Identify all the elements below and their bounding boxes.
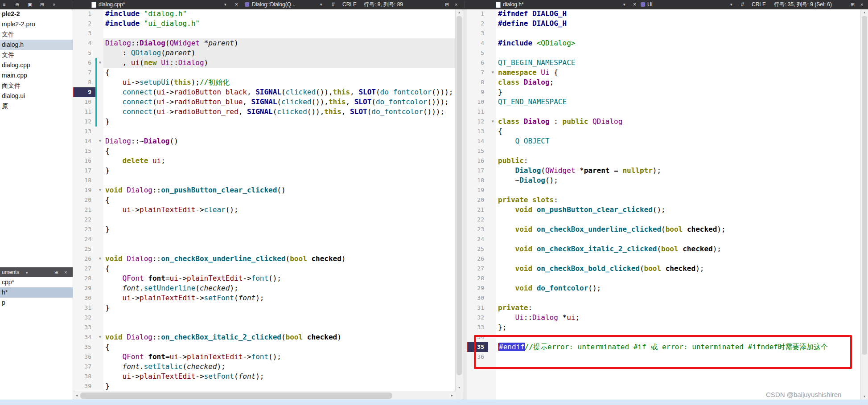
code-line[interactable]: 22 [73, 215, 456, 225]
code-line[interactable]: 13 [73, 127, 456, 136]
line-number[interactable]: 30 [73, 293, 95, 303]
line-number[interactable]: 27 [467, 264, 488, 274]
code-line[interactable]: 21 void on_pushButton_clear_clicked(); [467, 205, 861, 215]
line-number[interactable]: 36 [467, 352, 488, 362]
code-line[interactable]: 7{ [73, 68, 456, 78]
line-number[interactable]: 8 [73, 78, 95, 87]
line-number[interactable]: 5 [467, 48, 488, 58]
sidebar-menu-icon[interactable]: ≡ [3, 0, 5, 9]
code-line[interactable]: 18 [73, 176, 456, 185]
code-line[interactable]: 30 [467, 293, 861, 303]
code-line[interactable]: 27 void on_checkBox_bold_clicked(bool ch… [467, 264, 861, 274]
code-line[interactable]: 25 [73, 244, 456, 254]
project-tree-item[interactable]: mple2-2.pro [0, 19, 73, 29]
line-number[interactable]: 33 [467, 323, 488, 332]
code-line[interactable]: 16public: [467, 156, 861, 166]
open-document-item[interactable]: h* [0, 287, 73, 298]
line-number[interactable]: 39 [73, 381, 95, 391]
split-editor-icon[interactable]: ⊞ [851, 0, 855, 9]
code-line[interactable]: 2#define DIALOG_H [467, 19, 861, 29]
fold-marker-icon[interactable]: ▼ [490, 117, 496, 127]
code-line[interactable]: 6▼ , ui(new Ui::Dialog) [73, 58, 456, 68]
line-number[interactable]: 26 [73, 254, 95, 264]
code-line[interactable]: 15{ [73, 146, 456, 156]
code-line[interactable]: 10QT_END_NAMESPACE [467, 97, 861, 107]
line-ending-indicator[interactable]: CRLF [752, 0, 765, 9]
code-line[interactable]: 36 [467, 352, 861, 362]
code-line[interactable]: 5 : QDialog(parent) [73, 48, 456, 58]
code-line[interactable]: 37 font.setItalic(checked); [73, 362, 456, 372]
line-number[interactable]: 24 [467, 234, 488, 244]
code-line[interactable]: 29 void do_fontcolor(); [467, 283, 861, 293]
code-line[interactable]: 1#ifndef DIALOG_H [467, 9, 861, 19]
line-number[interactable]: 15 [467, 146, 488, 156]
line-number[interactable]: 20 [73, 195, 95, 205]
line-number[interactable]: 1 [467, 9, 488, 19]
code-line[interactable]: 31private: [467, 303, 861, 313]
project-tree-item[interactable]: 面文件 [0, 81, 73, 91]
code-line[interactable]: 10 connect(ui->radioButton_blue, SIGNAL(… [73, 97, 456, 107]
code-area[interactable]: 1#ifndef DIALOG_H2#define DIALOG_H34#inc… [467, 9, 861, 362]
code-line[interactable]: 4Dialog::Dialog(QWidget *parent) [73, 38, 456, 48]
code-line[interactable]: 30 ui->plainTextEdit->setFont(font); [73, 293, 456, 303]
line-number[interactable]: 25 [467, 244, 488, 254]
code-line[interactable]: 11 [467, 107, 861, 117]
code-line[interactable]: 35#endif//提示error: unterminated #if 或 er… [467, 342, 861, 352]
code-line[interactable]: 36 QFont font=ui->plainTextEdit->font(); [73, 352, 456, 362]
line-number[interactable]: 19 [73, 185, 95, 195]
line-number[interactable]: 29 [73, 283, 95, 293]
line-number[interactable]: 21 [73, 205, 95, 215]
open-documents-header[interactable]: uments ▾ ⊞ × [0, 267, 73, 277]
code-line[interactable]: 14▼Dialog::~Dialog() [73, 136, 456, 146]
code-line[interactable]: 24 [73, 234, 456, 244]
code-line[interactable]: 17 Dialog(QWidget *parent = nullptr); [467, 166, 861, 176]
code-line[interactable]: 28 QFont font=ui->plainTextEdit->font(); [73, 274, 456, 283]
line-number[interactable]: 28 [73, 274, 95, 283]
line-number[interactable]: 12 [467, 117, 488, 127]
code-line[interactable]: 3 [73, 29, 456, 38]
line-number[interactable]: 16 [467, 156, 488, 166]
code-line[interactable]: 12} [73, 117, 456, 127]
line-number[interactable]: 7 [73, 68, 95, 78]
code-line[interactable]: 15 [467, 146, 861, 156]
line-number[interactable]: 31 [73, 303, 95, 313]
line-number[interactable]: 24 [73, 234, 95, 244]
left-symbol-dropdown[interactable]: Dialog::Dialog(Q... [252, 0, 296, 9]
scrollbar-thumb[interactable] [457, 16, 462, 375]
line-number[interactable]: 13 [467, 127, 488, 136]
vertical-scrollbar[interactable]: ▴ ▾ [455, 9, 463, 391]
line-number[interactable]: 10 [467, 97, 488, 107]
code-line[interactable]: 14 Q_OBJECT [467, 136, 861, 146]
line-number[interactable]: 34 [467, 332, 488, 342]
code-line[interactable]: 32 [73, 313, 456, 323]
line-number[interactable]: 22 [73, 215, 95, 225]
panel-split-icon[interactable]: ⊞ [54, 267, 58, 277]
project-tree-item[interactable]: 文件 [0, 29, 73, 40]
chevron-down-icon[interactable]: ▾ [320, 0, 322, 9]
scrollbar-thumb[interactable] [862, 16, 867, 355]
line-number[interactable]: 36 [73, 352, 95, 362]
line-number[interactable]: 2 [73, 19, 95, 29]
fold-marker-icon[interactable]: ▼ [490, 68, 496, 78]
line-number[interactable]: 19 [467, 185, 488, 195]
code-line[interactable]: 8 ui->setupUi(this);//初始化 [73, 78, 456, 87]
vertical-scrollbar[interactable]: ▴ ▾ [860, 9, 868, 400]
line-number[interactable]: 17 [467, 166, 488, 176]
fold-marker-icon[interactable]: ▼ [97, 136, 103, 146]
line-number[interactable]: 33 [73, 323, 95, 332]
code-line[interactable]: 11 connect(ui->radioButton_red, SIGNAL(c… [73, 107, 456, 117]
line-number[interactable]: 14 [467, 136, 488, 146]
sidebar-close-icon[interactable]: × [53, 0, 55, 9]
horizontal-scrollbar[interactable]: ◂ ▸ [73, 391, 456, 400]
code-line[interactable]: 2#include "ui_dialog.h" [73, 19, 456, 29]
chevron-down-icon[interactable]: ▾ [26, 268, 28, 278]
line-number[interactable]: 32 [467, 313, 488, 323]
code-line[interactable]: 21 ui->plainTextEdit->clear(); [73, 205, 456, 215]
line-number[interactable]: 27 [73, 264, 95, 274]
code-line[interactable]: 8class Dialog; [467, 78, 861, 87]
sidebar-split-icon[interactable]: ⊞ [40, 0, 44, 9]
line-number[interactable]: 5 [73, 48, 95, 58]
close-document-icon[interactable]: × [633, 0, 636, 9]
line-number[interactable]: 16 [73, 156, 95, 166]
line-number[interactable]: 6 [467, 58, 488, 68]
